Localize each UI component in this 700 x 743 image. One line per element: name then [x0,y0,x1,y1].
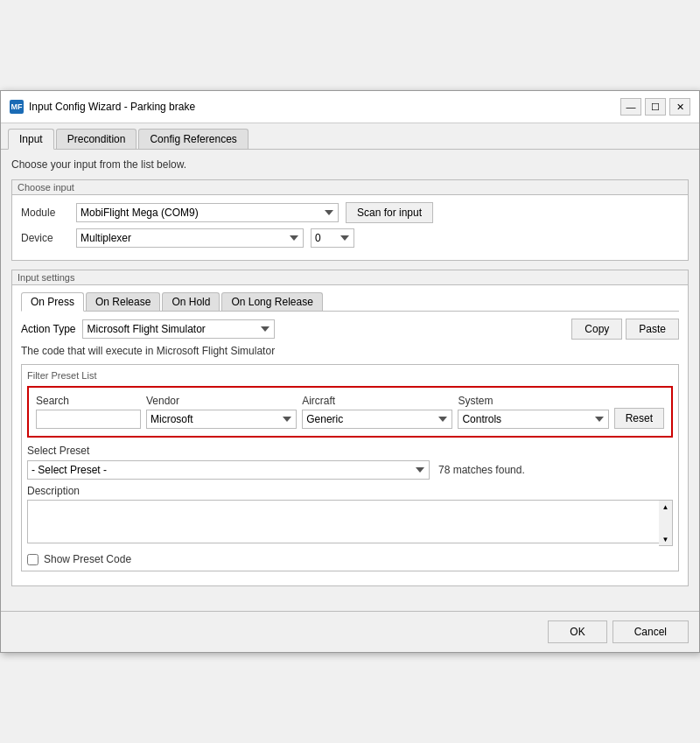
search-input[interactable] [36,410,141,429]
device-select[interactable]: Multiplexer [76,228,304,248]
vendor-col: Vendor Microsoft [146,395,297,429]
top-tab-bar: Input Precondition Config References [1,123,699,150]
input-settings-section: Input settings On Press On Release On Ho… [11,270,689,586]
reset-button[interactable]: Reset [614,408,664,429]
show-preset-code-label: Show Preset Code [44,553,131,565]
choose-input-content: Module MobiFlight Mega (COM9) Scan for i… [12,195,688,260]
choose-input-section: Choose input Module MobiFlight Mega (COM… [11,179,689,261]
aircraft-col: Aircraft Generic [302,395,452,429]
copy-button[interactable]: Copy [571,319,622,340]
main-window: MF Input Config Wizard - Parking brake —… [0,90,700,653]
scroll-up-button[interactable]: ▲ [659,501,672,513]
preset-row: - Select Preset - 78 matches found. [27,460,673,480]
search-col-label: Search [36,395,141,407]
input-tabs-bar: On Press On Release On Hold On Long Rele… [21,292,679,312]
device-num-select[interactable]: 0 [311,228,354,248]
action-row: Action Type Microsoft Flight Simulator C… [21,319,679,340]
system-col: System Controls [458,395,608,429]
action-type-label: Action Type [21,323,75,335]
paste-button[interactable]: Paste [626,319,679,340]
system-col-label: System [458,395,608,407]
aircraft-col-label: Aircraft [302,395,452,407]
search-col: Search [36,395,141,429]
tab-on-release[interactable]: On Release [86,292,160,311]
filter-preset-label: Filter Preset List [27,370,673,381]
show-preset-code-checkbox[interactable] [27,554,38,565]
description-textarea[interactable] [27,500,673,543]
tab-precondition[interactable]: Precondition [56,129,137,149]
title-controls: — ☐ ✕ [620,98,690,116]
preset-select[interactable]: - Select Preset - [27,460,430,480]
ok-button[interactable]: OK [548,620,606,643]
tab-config-references[interactable]: Config References [138,129,248,149]
app-icon: MF [10,100,24,114]
action-type-select[interactable]: Microsoft Flight Simulator [82,319,275,339]
device-label: Device [21,232,69,244]
main-content: Choose your input from the list below. C… [1,150,699,604]
matches-text: 78 matches found. [438,464,525,476]
module-row: Module MobiFlight Mega (COM9) Scan for i… [21,202,679,223]
desc-area-container: ▲ ▼ [27,500,673,546]
footer: OK Cancel [1,611,699,652]
cancel-button[interactable]: Cancel [612,620,689,643]
hint-text: Choose your input from the list below. [11,158,689,171]
filter-box: Search Vendor Microsoft Aircraft [27,386,673,438]
filter-preset-container: Filter Preset List Search Vendor Microso… [21,364,679,571]
select-preset-label: Select Preset [27,445,673,457]
close-button[interactable]: ✕ [669,98,690,116]
aircraft-select[interactable]: Generic [302,410,452,429]
device-row: Device Multiplexer 0 [21,228,679,248]
filter-grid: Search Vendor Microsoft Aircraft [36,395,664,429]
tab-on-hold[interactable]: On Hold [162,292,220,311]
input-settings-content: On Press On Release On Hold On Long Rele… [12,285,688,585]
system-select[interactable]: Controls [458,410,608,429]
title-bar: MF Input Config Wizard - Parking brake —… [1,91,699,123]
title-bar-left: MF Input Config Wizard - Parking brake [10,100,195,114]
module-label: Module [21,207,69,219]
minimize-button[interactable]: — [620,98,641,116]
action-left: Action Type Microsoft Flight Simulator [21,319,275,339]
scroll-down-button[interactable]: ▼ [659,533,672,545]
tab-input[interactable]: Input [8,129,54,150]
choose-input-label: Choose input [12,180,688,195]
tab-on-press[interactable]: On Press [21,292,84,312]
scrollbar: ▲ ▼ [659,500,673,546]
action-right: Copy Paste [571,319,679,340]
input-settings-label: Input settings [12,270,688,285]
vendor-col-label: Vendor [146,395,297,407]
vendor-select[interactable]: Microsoft [146,410,297,429]
module-select[interactable]: MobiFlight Mega (COM9) [76,203,339,222]
description-label: Description [27,485,673,497]
window-title: Input Config Wizard - Parking brake [29,101,195,113]
code-desc-text: The code that will execute in Microsoft … [21,345,679,357]
tab-on-long-release[interactable]: On Long Release [221,292,322,311]
scan-button[interactable]: Scan for input [346,202,433,223]
select-preset-section: Select Preset - Select Preset - 78 match… [27,445,673,565]
maximize-button[interactable]: ☐ [645,98,666,116]
show-preset-row: Show Preset Code [27,553,673,565]
